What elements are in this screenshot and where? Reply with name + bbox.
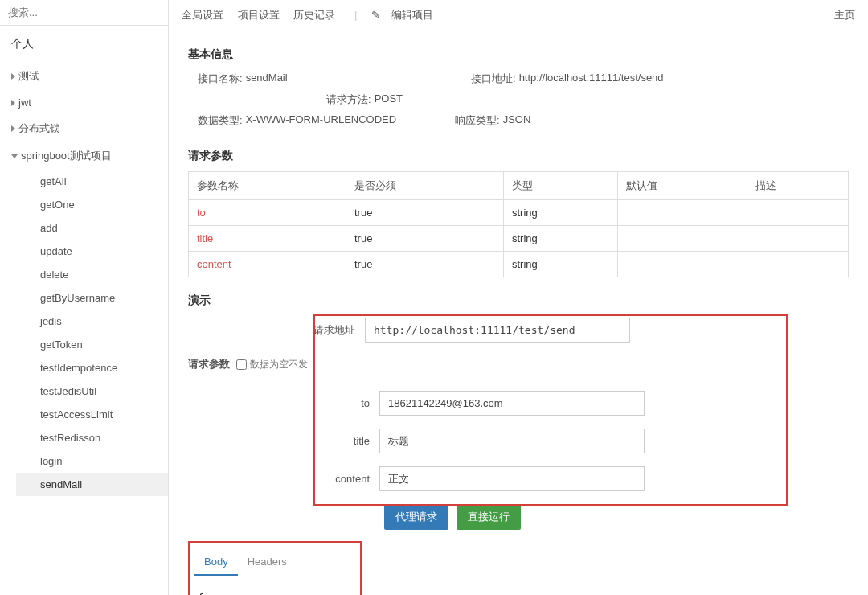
info-datatype-label: 数据类型: [198, 113, 243, 128]
tree-leaf-update[interactable]: update [16, 240, 168, 263]
tree-node-label: springboot测试项目 [21, 149, 112, 163]
info-resptype: 响应类型:JSON [455, 113, 583, 128]
field-content-input[interactable] [379, 466, 645, 491]
params-th-desc: 描述 [747, 172, 848, 200]
cell-default [617, 252, 747, 277]
nav-home[interactable]: 主页 [834, 8, 855, 23]
tree-leaf-getAll[interactable]: getAll [16, 170, 168, 193]
field-to-label: to [188, 397, 379, 409]
tree-node-lock[interactable]: 分布式锁 [0, 115, 168, 142]
search-container [0, 0, 168, 26]
cell-required: true [346, 200, 503, 226]
params-th-type: 类型 [503, 172, 617, 200]
info-method-value: POST [375, 92, 403, 107]
nav-global-settings[interactable]: 全局设置 [182, 9, 223, 21]
content: 基本信息 接口名称:sendMail 接口地址:http://localhost… [169, 31, 868, 595]
info-method-label: 请求方法: [326, 92, 371, 107]
nav-edit-label: 编辑项目 [391, 9, 433, 21]
table-row: totruestring [189, 200, 849, 226]
tree-leaf-testRedisson[interactable]: testRedisson [16, 426, 168, 449]
table-row: titletruestring [189, 226, 849, 252]
tree-node-label: 测试 [18, 69, 39, 84]
chevron-down-icon [11, 154, 18, 158]
tree-leaf-add[interactable]: add [16, 216, 168, 240]
tree-node-label: 分布式锁 [18, 121, 60, 136]
form-row-url: 请求地址 [188, 318, 849, 343]
tree-leaf-testAccessLimit[interactable]: testAccessLimit [16, 403, 168, 426]
demo-section: 请求地址 请求参数 数据为空不发 to title [188, 318, 849, 595]
table-row: contenttruestring [189, 252, 849, 277]
tree-leaf-login[interactable]: login [16, 449, 168, 473]
info-url: 接口地址:http://localhost:11111/test/send [471, 72, 728, 86]
top-nav: 全局设置 项目设置 历史记录 | ✎编辑项目 主页 [169, 0, 868, 31]
req-params-label: 请求参数 [188, 357, 230, 371]
basic-info-grid: 接口名称:sendMail 接口地址:http://localhost:1111… [188, 72, 849, 134]
demo-title: 演示 [188, 293, 849, 308]
cell-desc [747, 200, 848, 226]
button-row: 代理请求 直接运行 [384, 504, 849, 530]
field-to-input[interactable] [379, 391, 645, 416]
cell-type: string [503, 226, 617, 252]
req-url-label: 请求地址 [188, 323, 365, 338]
info-name-label: 接口名称: [198, 72, 243, 86]
response-tabs: Body Headers [188, 549, 849, 577]
tree-node-jwt[interactable]: jwt [0, 90, 168, 115]
cell-default [617, 200, 747, 226]
basic-info-title: 基本信息 [188, 47, 849, 62]
sidebar: 个人 测试 jwt 分布式锁 springboot测试项目 getAll get… [0, 0, 169, 595]
tree-node-springboot[interactable]: springboot测试项目 [0, 142, 168, 170]
params-th-default: 默认值 [617, 172, 747, 200]
cell-desc [747, 252, 848, 277]
info-resptype-value: JSON [503, 113, 531, 128]
cell-name: title [189, 226, 346, 252]
tab-body[interactable]: Body [194, 549, 238, 576]
field-title-input[interactable] [379, 429, 645, 453]
chevron-right-icon [11, 125, 15, 132]
empty-skip-checkbox[interactable] [236, 359, 247, 370]
tree-node-label: jwt [18, 96, 31, 109]
edit-icon: ✎ [371, 9, 380, 21]
nav-history[interactable]: 历史记录 [293, 9, 335, 21]
form-row-content: content [188, 466, 849, 491]
cell-name: to [189, 200, 346, 226]
tree-leaf-jedis[interactable]: jedis [16, 310, 168, 333]
cell-required: true [346, 252, 503, 277]
response-body: { ⊟ "status": 0, "msg": "邮件发送成功", "data"… [188, 585, 849, 595]
cell-name: content [189, 252, 346, 277]
sidebar-section-personal: 个人 [0, 26, 168, 60]
info-name: 接口名称:sendMail [198, 72, 471, 86]
main-area: 全局设置 项目设置 历史记录 | ✎编辑项目 主页 基本信息 接口名称:send… [169, 0, 868, 595]
info-url-value: http://localhost:11111/test/send [519, 72, 664, 86]
info-name-value: sendMail [246, 72, 288, 86]
nav-edit-project[interactable]: ✎编辑项目 [371, 9, 444, 21]
params-th-name: 参数名称 [189, 172, 346, 200]
tree-leaf-getByUsername[interactable]: getByUsername [16, 286, 168, 310]
info-empty [198, 92, 326, 107]
tree-leaf-testJedisUtil[interactable]: testJedisUtil [16, 380, 168, 403]
sidebar-tree: 测试 jwt 分布式锁 springboot测试项目 getAll getOne… [0, 60, 168, 499]
info-resptype-label: 响应类型: [455, 113, 500, 128]
tree-node-test[interactable]: 测试 [0, 63, 168, 90]
tree-leaf-sendMail[interactable]: sendMail [16, 473, 168, 496]
tree-leaf-delete[interactable]: delete [16, 263, 168, 286]
nav-left: 全局设置 项目设置 历史记录 | ✎编辑项目 [182, 8, 456, 23]
req-params-row: 请求参数 数据为空不发 [188, 357, 849, 371]
tree-leaf-getOne[interactable]: getOne [16, 193, 168, 216]
tab-headers[interactable]: Headers [238, 549, 297, 576]
tree-leaf-testIdempotence[interactable]: testIdempotence [16, 356, 168, 380]
chevron-right-icon [11, 100, 15, 106]
nav-separator: | [354, 9, 357, 21]
field-content-label: content [188, 473, 379, 485]
proxy-request-button[interactable]: 代理请求 [384, 504, 448, 530]
req-url-input[interactable] [365, 318, 630, 343]
search-input[interactable] [8, 6, 160, 18]
tree-leaf-getToken[interactable]: getToken [16, 333, 168, 356]
request-params-title: 请求参数 [188, 149, 849, 163]
info-datatype: 数据类型:X-WWW-FORM-URLENCODED [198, 113, 455, 128]
params-th-required: 是否必须 [346, 172, 503, 200]
direct-run-button[interactable]: 直接运行 [457, 504, 521, 530]
field-title-label: title [188, 435, 379, 447]
tree-children: getAll getOne add update delete getByUse… [0, 170, 168, 496]
form-row-to: to [188, 391, 849, 416]
nav-project-settings[interactable]: 项目设置 [238, 9, 280, 21]
